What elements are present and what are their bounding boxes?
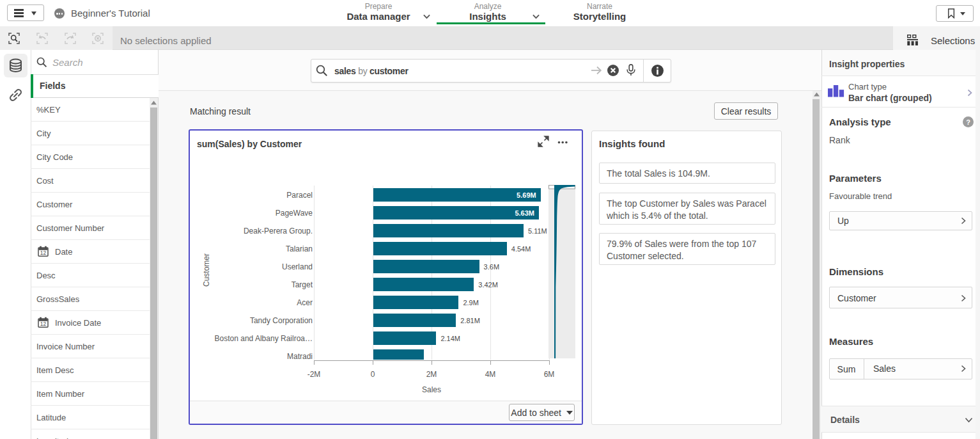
svg-text:12: 12 xyxy=(40,250,47,256)
svg-text:?: ? xyxy=(966,118,970,126)
svg-text:12: 12 xyxy=(40,321,47,327)
